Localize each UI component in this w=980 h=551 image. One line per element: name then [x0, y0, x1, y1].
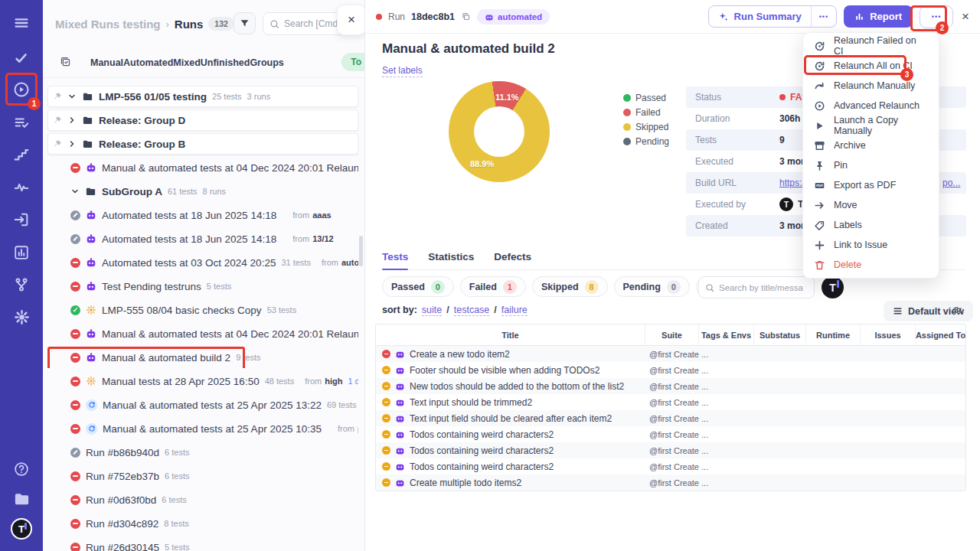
run-summary-button[interactable]: Run Summary •••: [708, 5, 838, 28]
list-item[interactable]: Manual & automated tests at 25 Apr 2025 …: [47, 418, 358, 439]
list-item[interactable]: SubGroup A 61 tests 8 runs from: [47, 181, 358, 202]
menu-item-archive[interactable]: Archive: [803, 135, 939, 155]
chevron-down-icon[interactable]: [67, 92, 77, 101]
list-item[interactable]: LMP-556 01/05 testing 25 tests 3 runs fr…: [47, 86, 358, 107]
list-item[interactable]: Automated tests at 18 Jun 2025 14:18 fro…: [47, 228, 358, 249]
menu-item-link-to-issue[interactable]: Link to Issue: [803, 235, 939, 255]
chevron-down-icon[interactable]: [67, 139, 77, 148]
chevron-down-icon[interactable]: [67, 116, 77, 125]
pulse-icon[interactable]: [12, 178, 31, 197]
view-settings-icon[interactable]: [952, 305, 963, 316]
sort-by-failure[interactable]: failure: [501, 305, 528, 316]
import-icon[interactable]: [12, 210, 31, 229]
menu-item-launch-copy[interactable]: Launch a Copy Manually: [803, 116, 939, 135]
table-row[interactable]: Todos containing weird characters2 @firs…: [376, 442, 965, 458]
select-runs-icon[interactable]: [60, 56, 71, 67]
table-row[interactable]: Footer should be visible when adding TOD…: [376, 362, 965, 378]
breadcrumb-project[interactable]: Mixed Runs testing: [55, 18, 161, 31]
list-item[interactable]: Manual & automated tests at 25 Apr 2025 …: [47, 394, 358, 416]
runs-tab[interactable]: Automated: [123, 57, 173, 68]
set-labels-link[interactable]: Set labels: [382, 65, 423, 77]
play-circle-icon[interactable]: [12, 80, 31, 99]
sort-by-suite[interactable]: suite: [422, 305, 442, 316]
column-header[interactable]: Suite: [645, 324, 699, 345]
table-row[interactable]: Todos containing weird characters2 @firs…: [376, 458, 965, 474]
table-row[interactable]: Text input field should be cleared after…: [376, 410, 965, 426]
column-header[interactable]: Runtime: [806, 324, 861, 345]
search-icon: [270, 19, 279, 29]
list-item[interactable]: LMP-555 08/04 basic checks Copy 53 tests…: [47, 299, 358, 321]
menu-item-advanced-relaunch[interactable]: Advanced Relaunch: [803, 96, 939, 116]
list-item[interactable]: Automated tests at 18 Jun 2025 14:18 fro…: [47, 204, 358, 226]
menu-item-labels[interactable]: Labels: [803, 215, 939, 235]
menu-item-delete[interactable]: Delete: [803, 255, 939, 275]
run-title: LMP-556 01/05 testing: [99, 91, 207, 103]
list-item[interactable]: Release: Group B from: [47, 133, 358, 155]
tab-tests[interactable]: Tests: [382, 251, 408, 262]
passed-filter-chip[interactable]: Passed0: [382, 276, 454, 297]
defects-link[interactable]: 1 defects: [348, 377, 358, 386]
gear-icon[interactable]: [12, 308, 31, 326]
list-item[interactable]: Run #b86b940d 6 tests from: [47, 442, 358, 463]
list-item[interactable]: Run #d304c892 8 tests from: [47, 513, 358, 534]
table-row[interactable]: Create multiple todo items2 @first Creat…: [376, 474, 965, 491]
list-item[interactable]: Run #26d30145 5 tests from: [47, 536, 358, 551]
list-item[interactable]: Manual & automated tests at 04 Dec 2024 …: [47, 323, 358, 344]
column-header[interactable]: Title: [376, 324, 645, 345]
list-item[interactable]: Release: Group D from: [47, 109, 358, 131]
list-item[interactable]: Run #0d63f0bd 6 tests from: [47, 489, 358, 510]
list-item[interactable]: Manual & automated build 2 9 tests from: [47, 347, 358, 368]
column-header[interactable]: Assigned To: [916, 324, 965, 345]
tests-search[interactable]: [698, 276, 815, 298]
list-item[interactable]: Automated tests at 03 Oct 2024 20:25 31 …: [47, 252, 358, 273]
runs-tab[interactable]: Unfinished: [201, 57, 250, 68]
sort-by-testcase[interactable]: testcase: [454, 305, 490, 316]
runs-tab[interactable]: Mixed: [173, 57, 200, 68]
tests-search-input[interactable]: [719, 283, 803, 292]
menu-item-pin[interactable]: Pin: [803, 155, 939, 175]
list-item[interactable]: Manual & automated tests at 04 Dec 2024 …: [47, 157, 358, 178]
automated-test-icon: [395, 413, 405, 423]
runs-tab-today[interactable]: To: [341, 53, 365, 71]
menu-item-export-pdf[interactable]: PDFExport as PDF: [803, 175, 939, 195]
filter-button[interactable]: [234, 12, 256, 34]
failed-filter-chip[interactable]: Failed1: [460, 276, 526, 297]
menu-item-move[interactable]: Move: [803, 195, 939, 215]
list-check-icon[interactable]: [12, 113, 31, 132]
tab-statistics[interactable]: Statistics: [428, 251, 474, 262]
chart-box-icon[interactable]: [12, 243, 31, 262]
close-icon[interactable]: ×: [962, 9, 969, 24]
scrollbar-thumb[interactable]: [359, 236, 363, 266]
check-icon[interactable]: [12, 49, 31, 67]
table-row[interactable]: New todos should be added to the bottom …: [376, 378, 965, 394]
runs-tab[interactable]: Manual: [90, 57, 123, 68]
column-header[interactable]: Tags & Envs: [699, 324, 754, 345]
list-item[interactable]: Test Pending testruns 5 tests from: [47, 276, 358, 297]
column-header[interactable]: Substatus: [754, 324, 806, 345]
copy-icon[interactable]: [461, 11, 471, 21]
list-item[interactable]: Run #752eb37b 6 tests from: [47, 465, 358, 487]
runs-tab[interactable]: Groups: [250, 57, 283, 68]
panel-close-button[interactable]: ×: [337, 5, 365, 35]
table-row[interactable]: Create a new todo item2 @first Create ..…: [376, 346, 965, 362]
pending-filter-chip[interactable]: Pending0: [614, 276, 690, 297]
help-icon[interactable]: [12, 460, 31, 478]
menu-item-relaunch-all[interactable]: Relaunch All on CI: [803, 56, 939, 76]
user-avatar[interactable]: T: [11, 518, 32, 540]
list-item[interactable]: Manual tests at 28 Apr 2025 16:50 48 tes…: [47, 370, 358, 392]
chevron-down-icon[interactable]: [70, 187, 80, 196]
column-header[interactable]: Issues: [861, 324, 916, 345]
skipped-filter-chip[interactable]: Skipped8: [532, 276, 608, 297]
table-row[interactable]: Text input should be trimmed2 @first Cre…: [376, 394, 965, 410]
table-row[interactable]: Todos containing weird characters2 @firs…: [376, 426, 965, 442]
run-summary-more-button[interactable]: •••: [811, 6, 836, 27]
menu-icon[interactable]: [12, 14, 31, 32]
steps-icon[interactable]: [12, 145, 31, 164]
build-url-link-tail[interactable]: po...: [942, 178, 960, 188]
folder-icon[interactable]: [12, 490, 31, 508]
branch-icon[interactable]: [12, 276, 31, 294]
menu-item-relaunch-failed[interactable]: Relaunch Failed on CI: [803, 36, 939, 56]
report-button[interactable]: Report: [844, 5, 913, 28]
tab-defects[interactable]: Defects: [494, 251, 531, 262]
menu-item-relaunch-manually[interactable]: Relaunch Manually: [803, 76, 939, 96]
